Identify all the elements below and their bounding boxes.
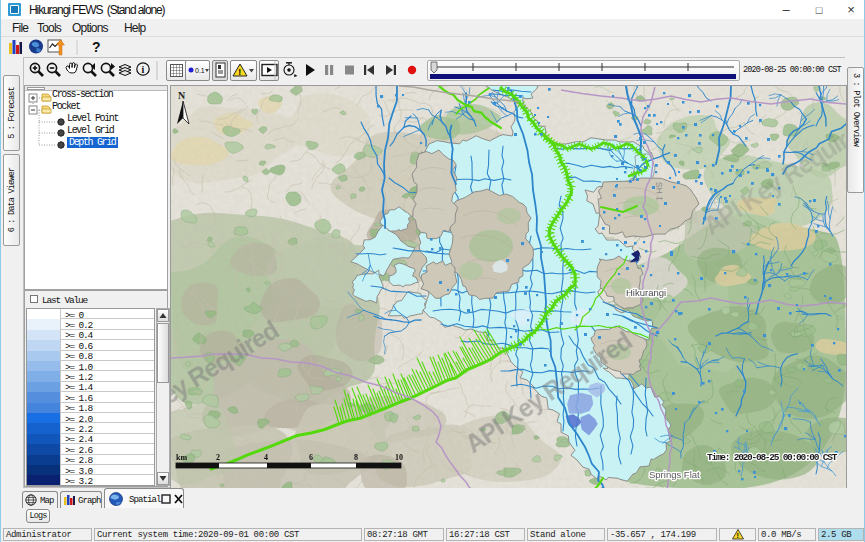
svg-text:4: 4 bbox=[264, 453, 268, 462]
svg-text:N: N bbox=[178, 90, 186, 101]
svg-text:km: km bbox=[176, 453, 187, 462]
svg-text:?: ? bbox=[92, 39, 101, 55]
svg-text:SH 1: SH 1 bbox=[654, 182, 665, 202]
svg-text:0.1: 0.1 bbox=[195, 67, 205, 74]
svg-text:2: 2 bbox=[216, 453, 220, 462]
svg-text:!: ! bbox=[238, 67, 241, 77]
svg-text:6: 6 bbox=[309, 453, 313, 462]
svg-text:Hikurangi: Hikurangi bbox=[626, 287, 666, 298]
svg-text:!: ! bbox=[737, 531, 739, 540]
svg-text:10: 10 bbox=[395, 453, 403, 462]
svg-text:8: 8 bbox=[354, 453, 358, 462]
svg-text:Time: 2020-08-25 00:00:00 CST: Time: 2020-08-25 00:00:00 CST bbox=[707, 452, 838, 463]
svg-text:Springs Flat: Springs Flat bbox=[649, 469, 700, 480]
svg-text:i: i bbox=[141, 64, 144, 75]
